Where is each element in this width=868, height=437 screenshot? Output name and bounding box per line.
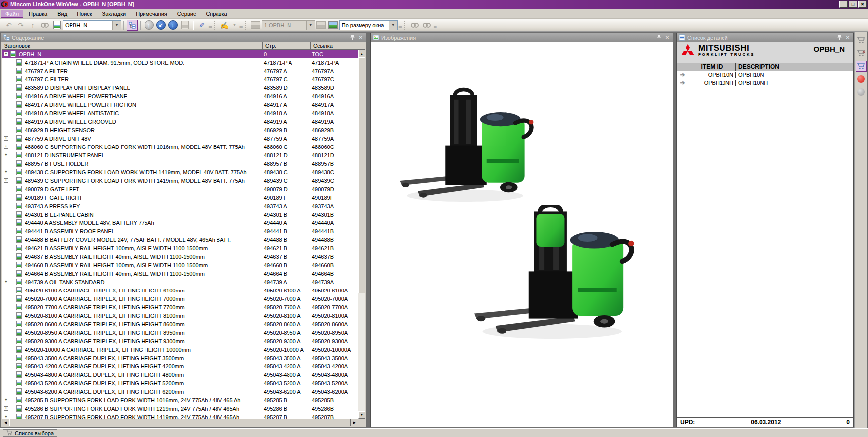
image-view-button[interactable]	[328, 20, 339, 31]
book-combo-dropdown[interactable]: ▼	[112, 21, 121, 30]
table-row[interactable]: 495020-8100 A CARRIAGE TRIPLEX, LIFTING …	[2, 311, 358, 320]
expander-icon[interactable]: +	[4, 280, 8, 284]
expander-icon[interactable]: +	[4, 406, 8, 411]
up-level-button[interactable]: ↑	[27, 20, 38, 31]
forklift-image-lower[interactable]	[466, 205, 650, 344]
table-row[interactable]: +487759 A DRIVE UNIT 48V487759 A487759A	[2, 134, 358, 143]
expander-icon[interactable]: +	[4, 145, 8, 149]
menu-item[interactable]: Вид	[53, 10, 72, 18]
close-button[interactable]: ✕	[858, 1, 867, 8]
previous-page-button[interactable]: ↙	[155, 20, 166, 31]
table-row[interactable]: 495043-4200 A CARRIAGE DUPLEX, LIFTING H…	[2, 362, 358, 370]
close-book-button[interactable]	[179, 20, 190, 31]
table-row[interactable]: 488957 B FUSE HOLDER488957 B488957B	[2, 159, 358, 168]
minimize-button[interactable]: _	[839, 1, 848, 8]
zoom-combo-dropdown[interactable]: ▼	[389, 21, 397, 30]
selection-list-button[interactable]	[856, 61, 867, 72]
vertical-scrollbar[interactable]: ▲ ▼	[358, 50, 365, 419]
table-row[interactable]: 486929 B HEIGHT SENSOR486929 B486929B	[2, 126, 358, 134]
search-parts-button[interactable]	[856, 73, 867, 84]
item-id-header[interactable]: ITEM ID	[688, 63, 736, 71]
cart-clear-button[interactable]	[856, 48, 867, 59]
toolbar-overflow-icon[interactable]: ═	[239, 24, 242, 29]
horizontal-scroll-thumb[interactable]	[9, 419, 351, 426]
table-row[interactable]: +488121 D INSTRUMENT PANEL488121 D488121…	[2, 151, 358, 159]
horizontal-scrollbar[interactable]: ◀ ▶	[2, 419, 358, 426]
table-row[interactable]: +488060 C SUPPORTING FORK LOAD FORK WIDT…	[2, 143, 358, 151]
table-row[interactable]: 495020-6100 A CARRIAGE TRIPLEX, LIFTING …	[2, 286, 358, 294]
table-row[interactable]: 495020-8600 A CARRIAGE TRIPLEX, LIFTING …	[2, 320, 358, 328]
print-page-button[interactable]	[250, 20, 261, 31]
scroll-down-button[interactable]: ▼	[358, 411, 365, 419]
table-row[interactable]: 484919 A DRIVE WHEEL GROOVED484919 A4849…	[2, 117, 358, 126]
menu-item[interactable]: Сервис	[173, 10, 201, 18]
menu-item[interactable]: Закладки	[98, 10, 131, 18]
table-row[interactable]: 494621 B ASSEMBLY RAIL HEIGHT 100mm, AIS…	[2, 244, 358, 252]
table-row[interactable]: 495043-4800 A CARRIAGE DUPLEX, LIFTING H…	[2, 370, 358, 379]
back-button[interactable]: ↶	[3, 20, 14, 31]
table-row[interactable]: 494441 B ASSEMBLY ROOF PANEL494441 B4944…	[2, 227, 358, 235]
toolbar-overflow-icon[interactable]: ═	[399, 24, 402, 29]
parts-row[interactable]: ➔OPBH10NHOPBH10NH	[677, 79, 853, 87]
app-icon[interactable]	[1, 1, 8, 8]
table-row[interactable]: +494739 A OIL TANK STANDARD494739 A49473…	[2, 278, 358, 286]
toc-panel-toggle-button[interactable]	[127, 20, 138, 31]
table-row[interactable]: 495043-6200 A CARRIAGE DUPLEX, LIFTING H…	[2, 387, 358, 396]
expander-icon[interactable]: +	[4, 415, 8, 419]
table-row[interactable]: 495020-9300 A CARRIAGE TRIPLEX, LIFTING …	[2, 337, 358, 345]
description-header[interactable]: DESCRIPTION	[736, 63, 809, 71]
zoom-combobox[interactable]: По размеру окна ▼	[339, 20, 398, 30]
highlighter-button[interactable]: ✎	[196, 20, 207, 31]
table-row[interactable]: 494664 B ASSEMBLY RAIL HEIGHT 40mm, AISL…	[2, 269, 358, 278]
table-row[interactable]: 495043-3500 A CARRIAGE DUPLEX, LIFTING H…	[2, 354, 358, 362]
table-row[interactable]: +OPBH_N0TOC	[2, 50, 358, 58]
menu-item[interactable]: Справка	[201, 10, 231, 18]
page-combo-dropdown[interactable]: ▼	[306, 21, 315, 30]
close-icon[interactable]: ✕	[357, 34, 364, 41]
expander-icon[interactable]: +	[4, 170, 8, 174]
table-row[interactable]: 495043-5200 A CARRIAGE DUPLEX, LIFTING H…	[2, 379, 358, 387]
expander-icon[interactable]: +	[4, 136, 8, 141]
column-header-page[interactable]: Стр.	[263, 42, 311, 50]
table-row[interactable]: +495285 B SUPPORTING FORK LOAD FORK WIDT…	[2, 396, 358, 404]
expander-icon[interactable]: +	[4, 153, 8, 157]
menu-item[interactable]: Файл	[1, 10, 23, 18]
table-row[interactable]: 495020-7000 A CARRIAGE TRIPLEX, LIFTING …	[2, 294, 358, 303]
expander-icon[interactable]: +	[4, 52, 8, 56]
table-row[interactable]: 495020-10000 A CARRIAGE TRIPLEX, LIFTING…	[2, 345, 358, 354]
maximize-button[interactable]: □	[849, 1, 857, 8]
toolbar-overflow-icon[interactable]: ═	[434, 24, 436, 29]
notes-dropdown[interactable]: ▼	[230, 21, 238, 30]
table-row[interactable]: 495020-7700 A CARRIAGE TRIPLEX, LIFTING …	[2, 303, 358, 311]
table-row[interactable]: 494637 B ASSEMBLY RAIL HEIGHT 40mm, AISL…	[2, 252, 358, 261]
table-row[interactable]: 495020-8950 A CARRIAGE TRIPLEX, LIFTING …	[2, 328, 358, 337]
toolbar-overflow-icon[interactable]: ═	[209, 24, 212, 29]
forward-button[interactable]: ↷	[15, 20, 26, 31]
scroll-left-button[interactable]: ◀	[2, 419, 9, 426]
pin-icon[interactable]	[655, 34, 662, 41]
scroll-right-button[interactable]: ▶	[351, 419, 358, 426]
table-row[interactable]: +489439 C SUPPORTING FORK LOAD FORK WIDT…	[2, 176, 358, 185]
column-header-link[interactable]: Ссылка	[311, 42, 365, 50]
pin-icon[interactable]	[349, 34, 356, 41]
table-row[interactable]: 490189 F GATE RIGHT490189 F490189F	[2, 193, 358, 202]
search-next-button[interactable]	[421, 20, 432, 31]
parts-row[interactable]: ➔OPBH10NOPBH10N	[677, 71, 853, 79]
table-row[interactable]: +489438 C SUPPORTING FORK LOAD WORK WIDT…	[2, 168, 358, 176]
pin-icon[interactable]	[836, 34, 843, 41]
table-row[interactable]: 476797 A FILTER476797 A476797A	[2, 67, 358, 75]
table-row[interactable]: 484918 A DRIVE WHEEL ANTISTATIC484918 A4…	[2, 109, 358, 117]
menu-item[interactable]: Примечания	[131, 10, 172, 18]
table-row[interactable]: 484916 A DRIVE WHEEL POWERTHANE484916 A4…	[2, 92, 358, 100]
history-search-button[interactable]	[39, 20, 50, 31]
next-page-button[interactable]: ↓	[167, 20, 178, 31]
cart-settings-button[interactable]	[856, 35, 867, 46]
table-row[interactable]: +495286 B SUPPORTING FORK LOAD FORK WIDT…	[2, 404, 358, 413]
table-row[interactable]: 494660 B ASSEMBLY RAIL HEIGHT 100mm, AIS…	[2, 261, 358, 269]
close-icon[interactable]: ✕	[664, 34, 671, 41]
scroll-up-button[interactable]: ▲	[358, 50, 365, 57]
image-export-button[interactable]	[316, 20, 327, 31]
table-row[interactable]: 483589 D DISPLAY UNIT DISPLAY PANEL48358…	[2, 83, 358, 92]
table-row[interactable]: 476797 C FILTER476797 C476797C	[2, 75, 358, 83]
table-row[interactable]: 493743 A PRESS KEY493743 A493743A	[2, 202, 358, 210]
